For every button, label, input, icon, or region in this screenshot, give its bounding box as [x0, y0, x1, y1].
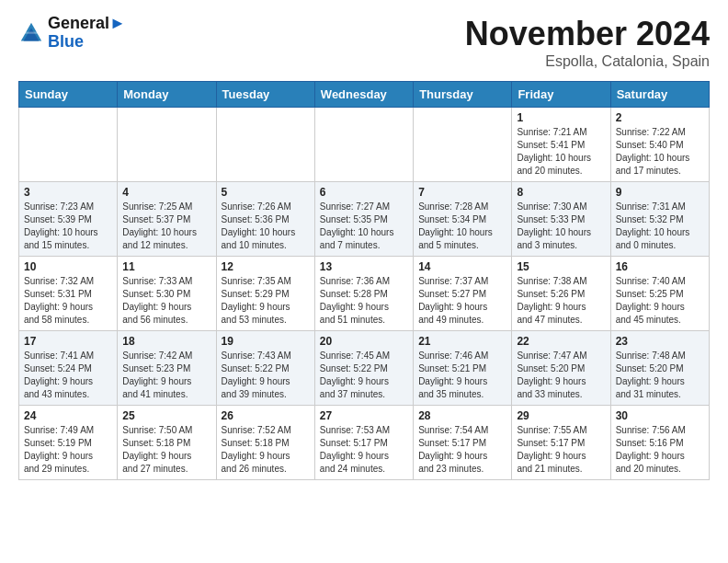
day-info: Sunrise: 7:38 AMSunset: 5:26 PMDaylight:… — [517, 275, 605, 327]
calendar: SundayMondayTuesdayWednesdayThursdayFrid… — [18, 81, 710, 480]
logo: General► Blue — [18, 15, 126, 52]
weekday-header-thursday: Thursday — [414, 82, 512, 108]
calendar-cell: 11Sunrise: 7:33 AMSunset: 5:30 PMDayligh… — [118, 257, 216, 331]
logo-text: General► Blue — [48, 15, 126, 52]
day-info: Sunrise: 7:50 AMSunset: 5:18 PMDaylight:… — [122, 424, 210, 476]
calendar-cell: 19Sunrise: 7:43 AMSunset: 5:22 PMDayligh… — [216, 331, 314, 406]
calendar-cell: 12Sunrise: 7:35 AMSunset: 5:29 PMDayligh… — [216, 257, 314, 331]
weekday-header-friday: Friday — [512, 82, 610, 108]
day-info: Sunrise: 7:43 AMSunset: 5:22 PMDaylight:… — [222, 350, 310, 401]
day-number: 23 — [616, 335, 704, 348]
svg-rect-2 — [25, 31, 38, 33]
weekday-header-monday: Monday — [118, 82, 216, 108]
calendar-cell — [414, 108, 512, 182]
calendar-cell: 27Sunrise: 7:53 AMSunset: 5:17 PMDayligh… — [314, 406, 413, 480]
week-row-2: 3Sunrise: 7:23 AMSunset: 5:39 PMDaylight… — [19, 182, 710, 257]
day-info: Sunrise: 7:53 AMSunset: 5:17 PMDaylight:… — [320, 424, 408, 476]
day-number: 22 — [517, 335, 605, 348]
calendar-cell: 9Sunrise: 7:31 AMSunset: 5:32 PMDaylight… — [610, 182, 709, 257]
day-number: 13 — [320, 260, 408, 273]
day-info: Sunrise: 7:40 AMSunset: 5:25 PMDaylight:… — [616, 275, 704, 327]
calendar-cell — [19, 108, 118, 182]
day-number: 24 — [24, 409, 112, 422]
day-number: 27 — [320, 409, 408, 422]
calendar-cell: 25Sunrise: 7:50 AMSunset: 5:18 PMDayligh… — [118, 406, 216, 480]
day-info: Sunrise: 7:36 AMSunset: 5:28 PMDaylight:… — [320, 275, 408, 327]
logo-icon — [18, 20, 44, 46]
day-info: Sunrise: 7:55 AMSunset: 5:17 PMDaylight:… — [517, 424, 605, 476]
day-number: 2 — [616, 111, 704, 124]
day-info: Sunrise: 7:21 AMSunset: 5:41 PMDaylight:… — [517, 126, 605, 178]
title-block: November 2024 Espolla, Catalonia, Spain — [465, 15, 710, 70]
calendar-cell: 22Sunrise: 7:47 AMSunset: 5:20 PMDayligh… — [512, 331, 610, 406]
day-info: Sunrise: 7:45 AMSunset: 5:22 PMDaylight:… — [320, 350, 408, 401]
day-number: 30 — [616, 409, 704, 422]
calendar-cell: 20Sunrise: 7:45 AMSunset: 5:22 PMDayligh… — [314, 331, 413, 406]
day-info: Sunrise: 7:27 AMSunset: 5:35 PMDaylight:… — [320, 201, 408, 252]
day-number: 25 — [122, 409, 210, 422]
day-info: Sunrise: 7:25 AMSunset: 5:37 PMDaylight:… — [122, 201, 210, 252]
calendar-cell: 14Sunrise: 7:37 AMSunset: 5:27 PMDayligh… — [414, 257, 512, 331]
day-number: 1 — [517, 111, 605, 124]
calendar-cell: 7Sunrise: 7:28 AMSunset: 5:34 PMDaylight… — [414, 182, 512, 257]
day-number: 5 — [222, 186, 310, 199]
day-info: Sunrise: 7:37 AMSunset: 5:27 PMDaylight:… — [418, 275, 506, 327]
day-number: 20 — [320, 335, 408, 348]
day-info: Sunrise: 7:28 AMSunset: 5:34 PMDaylight:… — [418, 201, 506, 252]
day-number: 18 — [122, 335, 210, 348]
day-number: 19 — [222, 335, 310, 348]
day-number: 12 — [222, 260, 310, 273]
calendar-cell: 13Sunrise: 7:36 AMSunset: 5:28 PMDayligh… — [314, 257, 413, 331]
day-info: Sunrise: 7:46 AMSunset: 5:21 PMDaylight:… — [418, 350, 506, 401]
day-number: 8 — [517, 186, 605, 199]
calendar-cell: 3Sunrise: 7:23 AMSunset: 5:39 PMDaylight… — [19, 182, 118, 257]
day-info: Sunrise: 7:23 AMSunset: 5:39 PMDaylight:… — [24, 201, 112, 252]
location: Espolla, Catalonia, Spain — [465, 53, 710, 70]
day-number: 29 — [517, 409, 605, 422]
day-info: Sunrise: 7:49 AMSunset: 5:19 PMDaylight:… — [24, 424, 112, 476]
day-number: 9 — [616, 186, 704, 199]
day-info: Sunrise: 7:33 AMSunset: 5:30 PMDaylight:… — [122, 275, 210, 327]
calendar-cell: 28Sunrise: 7:54 AMSunset: 5:17 PMDayligh… — [414, 406, 512, 480]
calendar-cell: 4Sunrise: 7:25 AMSunset: 5:37 PMDaylight… — [118, 182, 216, 257]
weekday-header-row: SundayMondayTuesdayWednesdayThursdayFrid… — [19, 82, 710, 108]
day-info: Sunrise: 7:22 AMSunset: 5:40 PMDaylight:… — [616, 126, 704, 178]
calendar-cell: 1Sunrise: 7:21 AMSunset: 5:41 PMDaylight… — [512, 108, 610, 182]
day-number: 16 — [616, 260, 704, 273]
calendar-cell: 21Sunrise: 7:46 AMSunset: 5:21 PMDayligh… — [414, 331, 512, 406]
weekday-header-tuesday: Tuesday — [216, 82, 314, 108]
calendar-cell: 15Sunrise: 7:38 AMSunset: 5:26 PMDayligh… — [512, 257, 610, 331]
week-row-5: 24Sunrise: 7:49 AMSunset: 5:19 PMDayligh… — [19, 406, 710, 480]
day-info: Sunrise: 7:48 AMSunset: 5:20 PMDaylight:… — [616, 350, 704, 401]
calendar-cell: 30Sunrise: 7:56 AMSunset: 5:16 PMDayligh… — [610, 406, 709, 480]
day-info: Sunrise: 7:47 AMSunset: 5:20 PMDaylight:… — [517, 350, 605, 401]
day-info: Sunrise: 7:30 AMSunset: 5:33 PMDaylight:… — [517, 201, 605, 252]
day-number: 4 — [122, 186, 210, 199]
calendar-cell: 16Sunrise: 7:40 AMSunset: 5:25 PMDayligh… — [610, 257, 709, 331]
day-number: 15 — [517, 260, 605, 273]
calendar-cell: 26Sunrise: 7:52 AMSunset: 5:18 PMDayligh… — [216, 406, 314, 480]
day-info: Sunrise: 7:54 AMSunset: 5:17 PMDaylight:… — [418, 424, 506, 476]
day-number: 6 — [320, 186, 408, 199]
calendar-cell: 6Sunrise: 7:27 AMSunset: 5:35 PMDaylight… — [314, 182, 413, 257]
day-number: 28 — [418, 409, 506, 422]
day-number: 17 — [24, 335, 112, 348]
calendar-cell: 18Sunrise: 7:42 AMSunset: 5:23 PMDayligh… — [118, 331, 216, 406]
weekday-header-saturday: Saturday — [610, 82, 709, 108]
day-info: Sunrise: 7:56 AMSunset: 5:16 PMDaylight:… — [616, 424, 704, 476]
calendar-cell: 17Sunrise: 7:41 AMSunset: 5:24 PMDayligh… — [19, 331, 118, 406]
day-number: 11 — [122, 260, 210, 273]
day-number: 14 — [418, 260, 506, 273]
day-number: 26 — [222, 409, 310, 422]
day-info: Sunrise: 7:41 AMSunset: 5:24 PMDaylight:… — [24, 350, 112, 401]
day-info: Sunrise: 7:26 AMSunset: 5:36 PMDaylight:… — [222, 201, 310, 252]
calendar-cell: 23Sunrise: 7:48 AMSunset: 5:20 PMDayligh… — [610, 331, 709, 406]
week-row-4: 17Sunrise: 7:41 AMSunset: 5:24 PMDayligh… — [19, 331, 710, 406]
week-row-1: 1Sunrise: 7:21 AMSunset: 5:41 PMDaylight… — [19, 108, 710, 182]
calendar-cell: 5Sunrise: 7:26 AMSunset: 5:36 PMDaylight… — [216, 182, 314, 257]
calendar-cell — [216, 108, 314, 182]
day-info: Sunrise: 7:42 AMSunset: 5:23 PMDaylight:… — [122, 350, 210, 401]
day-info: Sunrise: 7:35 AMSunset: 5:29 PMDaylight:… — [222, 275, 310, 327]
calendar-cell: 8Sunrise: 7:30 AMSunset: 5:33 PMDaylight… — [512, 182, 610, 257]
weekday-header-wednesday: Wednesday — [314, 82, 413, 108]
